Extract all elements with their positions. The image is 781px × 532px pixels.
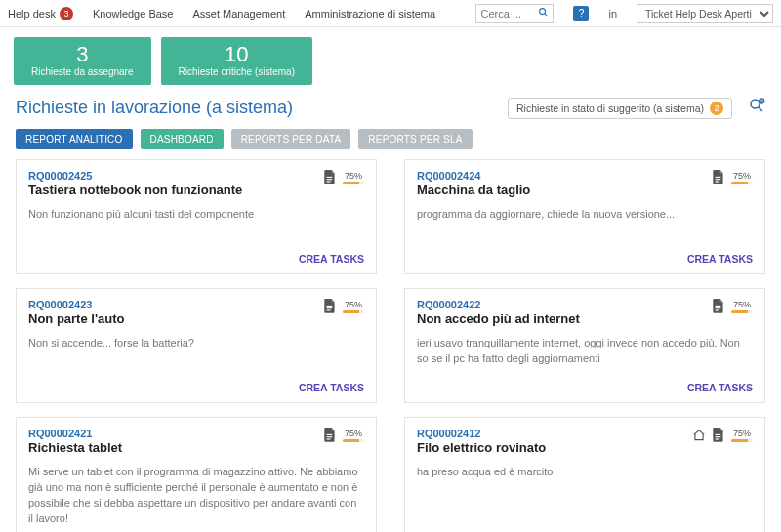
help-button[interactable]: ? (573, 6, 589, 21)
request-id-link[interactable]: RQ00002423 (28, 299, 317, 310)
progress-value: 75% (733, 171, 751, 181)
card-metrics: 75% (323, 428, 364, 443)
svg-rect-11 (327, 306, 333, 307)
report-tabs: REPORT ANALITICO DASHBOARD REPORTS PER D… (0, 123, 781, 159)
request-id-link[interactable]: RQ00002422 (417, 299, 706, 310)
request-title: Macchina da taglio (417, 183, 706, 197)
svg-rect-20 (716, 434, 721, 435)
create-tasks-link[interactable]: CREA TASKS (687, 382, 753, 393)
search-icon[interactable] (538, 7, 549, 20)
progress-indicator: 75% (731, 300, 753, 313)
create-tasks-link[interactable]: CREA TASKS (299, 253, 364, 265)
progress-indicator: 75% (731, 171, 753, 184)
request-title: Tastiera nottebook non funzionante (28, 183, 317, 197)
request-card: RQ00002425Tastiera nottebook non funzion… (16, 159, 377, 274)
request-card: RQ00002423Non parte l'auto75%Non si acce… (16, 288, 377, 403)
tile-label: Richieste critiche (sistema) (179, 66, 295, 77)
document-icon[interactable] (712, 428, 725, 443)
create-tasks-link[interactable]: CREA TASKS (687, 253, 753, 265)
svg-rect-19 (327, 439, 331, 440)
svg-rect-14 (716, 306, 721, 307)
nav-label: Knowledge Base (93, 8, 174, 20)
tab-report-analitico[interactable]: REPORT ANALITICO (16, 129, 133, 149)
svg-rect-12 (327, 307, 333, 308)
suggested-label: Richieste in stato di suggerito (a siste… (516, 102, 704, 114)
document-icon[interactable] (323, 428, 337, 443)
request-card: RQ00002422Non accedo più ad internet75%i… (404, 288, 765, 403)
svg-line-1 (545, 14, 547, 16)
search-input-wrap[interactable] (475, 4, 554, 23)
tile-label: Richieste da assegnare (31, 66, 134, 77)
suggested-requests-button[interactable]: Richieste in stato di suggerito (a siste… (508, 98, 732, 119)
request-description: Mi serve un tablet con il programma di m… (28, 465, 364, 527)
svg-rect-16 (716, 310, 719, 311)
request-card: RQ00002412Filo elettrico rovinato75%ha p… (404, 417, 765, 532)
svg-rect-21 (716, 436, 721, 437)
user-search-icon[interactable] (748, 97, 765, 119)
svg-rect-22 (716, 439, 719, 440)
tab-dashboard[interactable]: DASHBOARD (141, 129, 224, 149)
nav-system-admin[interactable]: Amministrazione di sistema (305, 8, 435, 20)
section-title: Richieste in lavorazione (a sistema) (16, 98, 498, 118)
nav-knowledge-base[interactable]: Knowledge Base (93, 8, 174, 20)
document-icon[interactable] (712, 170, 725, 185)
svg-rect-6 (327, 179, 333, 180)
progress-indicator: 75% (343, 171, 364, 184)
request-title: Non accedo più ad internet (417, 311, 706, 326)
request-description: Non funzionano più alcuni tasti del comp… (28, 207, 364, 244)
in-label: in (608, 8, 617, 20)
nav-label: Asset Management (192, 8, 285, 20)
card-metrics: 75% (323, 299, 364, 314)
home-icon[interactable] (692, 429, 706, 442)
svg-point-0 (540, 9, 546, 15)
request-title: Filo elettrico rovinato (417, 440, 686, 455)
svg-rect-18 (327, 436, 333, 437)
section-header: Richieste in lavorazione (a sistema) Ric… (0, 93, 781, 123)
progress-value: 75% (345, 429, 362, 438)
svg-point-2 (751, 100, 760, 108)
cards-grid: RQ00002425Tastiera nottebook non funzion… (0, 159, 781, 532)
svg-rect-13 (327, 310, 331, 311)
request-card: RQ00002424Macchina da taglio75%programma… (404, 159, 765, 274)
document-icon[interactable] (323, 170, 337, 185)
card-metrics: 75% (692, 428, 753, 443)
request-id-link[interactable]: RQ00002424 (417, 170, 706, 182)
svg-rect-17 (327, 434, 333, 435)
progress-value: 75% (733, 429, 751, 438)
card-metrics: 75% (712, 170, 753, 185)
search-input[interactable] (480, 8, 529, 20)
request-id-link[interactable]: RQ00002425 (28, 170, 317, 182)
nav-helpdesk[interactable]: Help desk 3 (8, 7, 73, 20)
request-card: RQ00002421Richiesta tablet75%Mi serve un… (16, 417, 377, 532)
card-metrics: 75% (712, 299, 753, 314)
nav-asset-management[interactable]: Asset Management (192, 8, 285, 20)
tile-to-assign[interactable]: 3 Richieste da assegnare (14, 37, 151, 85)
nav-label: Help desk (8, 8, 56, 20)
tab-reports-per-data[interactable]: REPORTS PER DATA (231, 129, 351, 149)
tile-value: 10 (179, 43, 295, 66)
progress-indicator: 75% (731, 429, 753, 442)
request-description: ha preso acqua ed è marcito (417, 465, 753, 527)
request-description: ieri usavo tranquillamente internet, ogg… (417, 336, 753, 373)
search-scope-select[interactable]: Ticket Help Desk Aperti (637, 4, 773, 23)
nav-badge: 3 (60, 7, 73, 20)
progress-value: 75% (733, 300, 751, 309)
request-id-link[interactable]: RQ00002421 (28, 428, 317, 439)
request-id-link[interactable]: RQ00002412 (417, 428, 686, 439)
tile-critical[interactable]: 10 Richieste critiche (sistema) (161, 37, 312, 85)
document-icon[interactable] (323, 299, 337, 314)
request-title: Non parte l'auto (28, 311, 317, 326)
svg-rect-15 (716, 307, 721, 308)
svg-line-3 (759, 107, 762, 111)
svg-rect-9 (716, 179, 721, 180)
top-nav: Help desk 3 Knowledge Base Asset Managem… (0, 0, 781, 27)
progress-value: 75% (345, 171, 362, 181)
tab-reports-per-sla[interactable]: REPORTS PER SLA (358, 129, 472, 149)
document-icon[interactable] (712, 299, 725, 314)
summary-row: 3 Richieste da assegnare 10 Richieste cr… (0, 27, 781, 93)
suggested-count: 2 (710, 102, 723, 115)
progress-indicator: 75% (343, 300, 364, 313)
create-tasks-link[interactable]: CREA TASKS (299, 382, 364, 393)
progress-value: 75% (345, 300, 362, 309)
svg-rect-5 (327, 177, 333, 178)
